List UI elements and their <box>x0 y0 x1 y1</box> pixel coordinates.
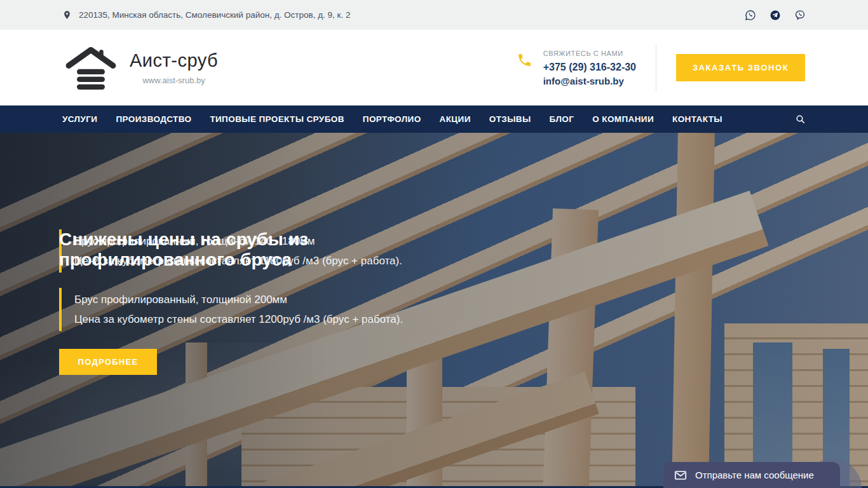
main-nav: УСЛУГИ ПРОИЗВОДСТВО ТИПОВЫЕ ПРОЕКТЫ СРУБ… <box>0 105 868 133</box>
location-pin-icon <box>62 9 72 21</box>
search-icon[interactable] <box>795 114 806 125</box>
email-link[interactable]: info@aist-srub.by <box>543 76 636 86</box>
price-quote-2: Брус профилированный, толщиной 200мм Цен… <box>59 288 403 331</box>
hero-title: Снижены цены на срубы из профилированног… <box>59 229 403 270</box>
address-text: 220135, Минская область, Смолевичский ра… <box>79 10 351 20</box>
chat-message-label: Отправьте нам сообщение <box>695 470 814 480</box>
nav-item-o-kompanii[interactable]: О КОМПАНИИ <box>592 114 654 124</box>
hero-section: Снижены цены на срубы из профилированног… <box>0 133 868 486</box>
viber-icon[interactable] <box>794 10 806 21</box>
telegram-icon[interactable] <box>770 10 781 21</box>
nav-item-tipovye-proekty[interactable]: ТИПОВЫЕ ПРОЕКТЫ СРУБОВ <box>210 114 344 124</box>
logo-subtitle: www.aist-srub.by <box>130 76 218 85</box>
nav-item-portfolio[interactable]: ПОРТФОЛИО <box>363 114 421 124</box>
social-links <box>745 10 806 21</box>
quote-line: Брус профилированный, толщиной 200мм <box>74 290 403 309</box>
nav-item-akcii[interactable]: АКЦИИ <box>440 114 471 124</box>
address: 220135, Минская область, Смолевичский ра… <box>62 9 351 21</box>
phone-link[interactable]: +375 (29) 316-32-30 <box>543 62 636 73</box>
phone-icon <box>517 52 532 68</box>
order-call-button[interactable]: ЗАКАЗАТЬ ЗВОНОК <box>676 54 805 81</box>
topbar: 220135, Минская область, Смолевичский ра… <box>0 0 868 30</box>
nav-item-otzyvy[interactable]: ОТЗЫВЫ <box>489 114 531 124</box>
contact-block: СВЯЖИТЕСЬ С НАМИ +375 (29) 316-32-30 inf… <box>517 50 636 86</box>
more-button[interactable]: ПОДРОБНЕЕ <box>59 349 157 375</box>
contact-label: СВЯЖИТЕСЬ С НАМИ <box>543 50 636 57</box>
logo-house-icon <box>63 44 119 92</box>
quote-line: Цена за кубометр стены составляет 1200ру… <box>74 309 403 329</box>
logo-title: Аист-сруб <box>130 50 218 71</box>
nav-item-kontakty[interactable]: КОНТАКТЫ <box>672 114 722 124</box>
header-divider <box>656 44 656 92</box>
envelope-icon <box>674 468 688 482</box>
chat-widget[interactable]: Отправьте нам сообщение <box>663 462 840 488</box>
nav-item-blog[interactable]: БЛОГ <box>550 114 574 124</box>
header: Аист-сруб www.aist-srub.by СВЯЖИТЕСЬ С Н… <box>0 30 868 105</box>
whatsapp-icon[interactable] <box>745 10 756 21</box>
nav-item-proizvodstvo[interactable]: ПРОИЗВОДСТВО <box>116 114 191 124</box>
logo[interactable]: Аист-сруб www.aist-srub.by <box>63 44 218 92</box>
nav-item-uslugi[interactable]: УСЛУГИ <box>62 114 97 124</box>
